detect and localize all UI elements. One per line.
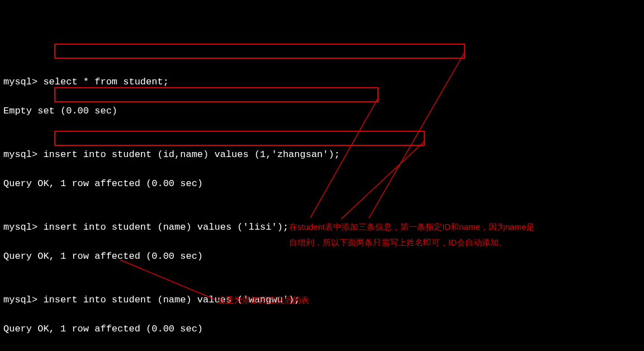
annotation-1: 在student表中添加三条信息，第一条指定ID和name，因为name是 自增… — [289, 219, 602, 250]
prompt: mysql> — [3, 222, 43, 233]
result-line: Query OK, 1 row affected (0.00 sec) — [3, 249, 644, 264]
cmd-line-1: mysql> select * from student; — [3, 75, 644, 89]
cmd-line-2: mysql> insert into student (id,name) val… — [3, 148, 644, 162]
prompt: mysql> — [3, 295, 43, 305]
annotation-2: 这里为添加完信息后的表 — [217, 292, 309, 308]
annotation-1-line-1: 在student表中添加三条信息，第一条指定ID和name，因为name是 — [289, 219, 602, 235]
result-line: Query OK, 1 row affected (0.00 sec) — [3, 322, 644, 336]
prompt: mysql> — [3, 77, 43, 87]
terminal-output: mysql> select * from student; Empty set … — [3, 60, 644, 351]
prompt: mysql> — [3, 149, 43, 160]
cmd-text: insert into student (id,name) values (1,… — [43, 149, 340, 160]
highlight-box-1 — [54, 44, 465, 59]
cmd-text: select * from student; — [43, 77, 168, 87]
result-line: Query OK, 1 row affected (0.00 sec) — [3, 177, 644, 191]
result-line: Empty set (0.00 sec) — [3, 104, 644, 118]
cmd-text: insert into student (name) values ('lisi… — [43, 222, 288, 233]
cmd-line-4: mysql> insert into student (name) values… — [3, 293, 644, 307]
annotation-1-line-2: 自增列，所以下面两条只需写上姓名即可，ID会自动添加。 — [289, 235, 602, 250]
